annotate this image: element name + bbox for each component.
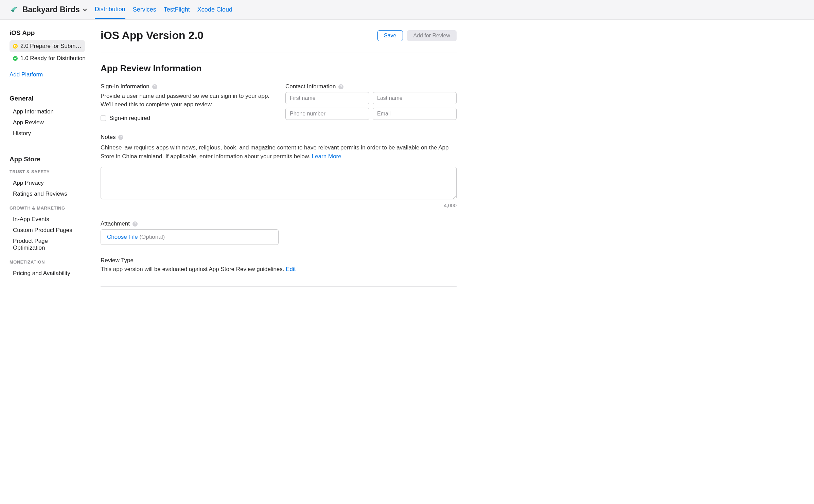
app-name[interactable]: Backyard Birds [22,5,80,14]
choose-file-button[interactable]: Choose File (Optional) [101,229,279,245]
optional-text: (Optional) [139,234,165,240]
signin-label: Sign-In Information ? [101,83,272,90]
help-icon[interactable]: ? [118,135,123,140]
status-dot-icon [13,56,18,61]
sidebar-item-pricing-availability[interactable]: Pricing and Availability [10,268,85,279]
section-title: App Review Information [101,63,457,74]
signin-column: Sign-In Information ? Provide a user nam… [101,83,272,122]
page-title: iOS App Version 2.0 [101,29,203,42]
sidebar-version-item[interactable]: 2.0 Prepare for Submissi… [10,40,85,52]
sidebar-section-general: General [10,95,85,102]
notes-description: Chinese law requires apps with news, rel… [101,143,457,161]
sidebar-subtitle-growth-marketing: GROWTH & MARKETING [10,205,85,211]
signin-description: Provide a user name and password so we c… [101,92,272,109]
review-type-section: Review Type This app version will be eva… [101,257,457,273]
learn-more-link[interactable]: Learn More [312,153,341,160]
attachment-section: Attachment ? Choose File (Optional) [101,220,457,245]
tab-services[interactable]: Services [133,1,156,19]
sidebar-item-app-information[interactable]: App Information [10,106,85,117]
notes-label: Notes ? [101,134,457,141]
page-actions: Save Add for Review [377,30,457,41]
choose-file-text: Choose File [107,234,138,240]
add-platform-link[interactable]: Add Platform [10,71,43,78]
notes-char-count: 4,000 [101,202,457,208]
version-label: 1.0 Ready for Distribution [20,55,85,62]
header-tabs: Distribution Services TestFlight Xcode C… [95,0,232,19]
notes-section: Notes ? Chinese law requires apps with n… [101,134,457,208]
sidebar: iOS App 2.0 Prepare for Submissi… 1.0 Re… [0,20,88,307]
sidebar-item-product-page-optimization[interactable]: Product Page Optimization [10,236,85,253]
sidebar-item-app-privacy[interactable]: App Privacy [10,178,85,188]
add-for-review-button: Add for Review [407,30,457,41]
sidebar-item-ratings-reviews[interactable]: Ratings and Reviews [10,188,85,199]
signin-required-label: Sign-in required [109,115,150,122]
email-field[interactable] [373,108,457,120]
divider [101,286,457,287]
sidebar-item-custom-product-pages[interactable]: Custom Product Pages [10,225,85,236]
sidebar-section-appstore: App Store [10,156,85,163]
sidebar-subtitle-trust-safety: TRUST & SAFETY [10,169,85,174]
chevron-down-icon[interactable] [82,7,88,13]
notes-textarea[interactable] [101,167,457,199]
save-button[interactable]: Save [377,30,403,41]
sidebar-item-app-review[interactable]: App Review [10,117,85,128]
review-type-text: This app version will be evaluated again… [101,266,457,273]
svg-point-1 [14,45,16,47]
tab-xcode-cloud[interactable]: Xcode Cloud [197,1,232,19]
contact-label: Contact Information ? [285,83,457,90]
help-icon[interactable]: ? [132,221,138,227]
sidebar-platform-heading: iOS App [10,29,85,37]
divider [10,87,85,87]
tab-testflight[interactable]: TestFlight [164,1,190,19]
attachment-label: Attachment ? [101,220,457,227]
signin-required-checkbox[interactable] [101,115,106,121]
page-header: iOS App Version 2.0 Save Add for Review [101,29,457,53]
help-icon[interactable]: ? [338,84,343,89]
first-name-field[interactable] [285,92,369,104]
sidebar-item-history[interactable]: History [10,128,85,139]
edit-review-type-link[interactable]: Edit [286,266,296,272]
top-header: Backyard Birds Distribution Services Tes… [0,0,814,20]
sidebar-version-item[interactable]: 1.0 Ready for Distribution [10,52,85,65]
svg-point-0 [16,7,17,8]
last-name-field[interactable] [373,92,457,104]
main-content: iOS App Version 2.0 Save Add for Review … [88,20,469,307]
phone-field[interactable] [285,108,369,120]
review-type-label: Review Type [101,257,457,264]
contact-column: Contact Information ? [285,83,457,122]
status-dot-icon [13,44,18,49]
sidebar-item-in-app-events[interactable]: In-App Events [10,214,85,225]
tab-distribution[interactable]: Distribution [95,0,125,19]
version-label: 2.0 Prepare for Submissi… [20,43,82,50]
signin-required-row: Sign-in required [101,115,272,122]
help-icon[interactable]: ? [152,84,157,89]
divider [10,148,85,148]
app-icon [10,5,19,15]
sidebar-subtitle-monetization: MONETIZATION [10,259,85,265]
